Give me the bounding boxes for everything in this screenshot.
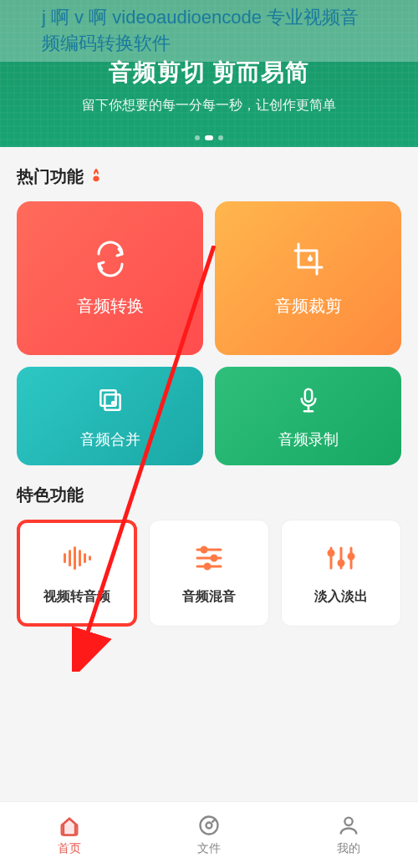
tab-home[interactable]: 首页 bbox=[0, 802, 140, 868]
mic-icon bbox=[292, 383, 325, 421]
convert-icon bbox=[90, 239, 130, 283]
section-title: 特色功能 bbox=[17, 484, 84, 506]
svg-rect-10 bbox=[89, 556, 91, 561]
card-audio-mix[interactable]: 音频混音 bbox=[149, 520, 269, 627]
card-audio-convert[interactable]: 音频转换 bbox=[17, 201, 203, 355]
svg-rect-5 bbox=[64, 553, 66, 563]
svg-rect-4 bbox=[304, 388, 311, 401]
card-fade[interactable]: 淡入淡出 bbox=[281, 520, 401, 627]
card-label: 音频录制 bbox=[278, 429, 339, 449]
card-audio-merge[interactable]: 音频合并 bbox=[17, 367, 203, 465]
card-label: 音频裁剪 bbox=[275, 295, 342, 317]
svg-point-22 bbox=[349, 554, 354, 559]
svg-point-18 bbox=[329, 551, 334, 556]
card-label: 视频转音频 bbox=[43, 588, 110, 606]
card-video-to-audio[interactable]: 视频转音频 bbox=[17, 520, 137, 627]
dot[interactable] bbox=[195, 135, 200, 140]
svg-point-25 bbox=[206, 823, 212, 829]
banner-subtitle: 留下你想要的每一分每一秒，让创作更简单 bbox=[0, 97, 418, 114]
svg-point-3 bbox=[110, 400, 115, 404]
svg-rect-9 bbox=[84, 553, 86, 563]
svg-rect-8 bbox=[79, 550, 81, 566]
card-label: 音频混音 bbox=[182, 588, 236, 606]
card-audio-record[interactable]: 音频录制 bbox=[215, 367, 401, 465]
tab-label: 我的 bbox=[337, 841, 360, 856]
merge-icon bbox=[94, 383, 127, 421]
svg-rect-6 bbox=[69, 550, 71, 566]
dot-active[interactable] bbox=[205, 135, 213, 140]
section-title: 热门功能 bbox=[17, 165, 84, 188]
carousel-dots bbox=[0, 135, 418, 140]
waveform-icon bbox=[60, 541, 94, 578]
card-label: 淡入淡出 bbox=[314, 588, 368, 606]
files-icon bbox=[197, 814, 221, 840]
tab-mine[interactable]: 我的 bbox=[278, 802, 418, 868]
svg-point-26 bbox=[344, 818, 352, 825]
page-title: j 啊 v 啊 videoaudioencode 专业视频音频编码转换软件 bbox=[0, 0, 418, 62]
banner-title: 音频剪切 剪而易简 bbox=[0, 57, 418, 89]
section-special-header: 特色功能 bbox=[0, 465, 418, 520]
svg-point-14 bbox=[212, 556, 217, 561]
sliders-icon bbox=[192, 541, 226, 578]
person-icon bbox=[337, 814, 360, 840]
home-icon bbox=[58, 814, 81, 840]
dot[interactable] bbox=[218, 135, 223, 140]
card-label: 音频合并 bbox=[80, 429, 140, 449]
fire-icon bbox=[89, 167, 104, 186]
tab-label: 文件 bbox=[197, 841, 221, 856]
tab-files[interactable]: 文件 bbox=[140, 802, 279, 868]
card-audio-crop[interactable]: 音频裁剪 bbox=[215, 201, 401, 355]
tabbar: 首页 文件 我的 bbox=[0, 801, 418, 868]
svg-point-20 bbox=[339, 561, 344, 566]
svg-rect-7 bbox=[74, 546, 76, 570]
svg-point-16 bbox=[205, 564, 210, 569]
fade-icon bbox=[324, 541, 358, 578]
tab-label: 首页 bbox=[58, 841, 81, 856]
section-hot-header: 热门功能 bbox=[0, 147, 418, 201]
card-label: 音频转换 bbox=[77, 295, 144, 317]
crop-icon bbox=[288, 239, 329, 283]
svg-point-12 bbox=[201, 547, 206, 552]
